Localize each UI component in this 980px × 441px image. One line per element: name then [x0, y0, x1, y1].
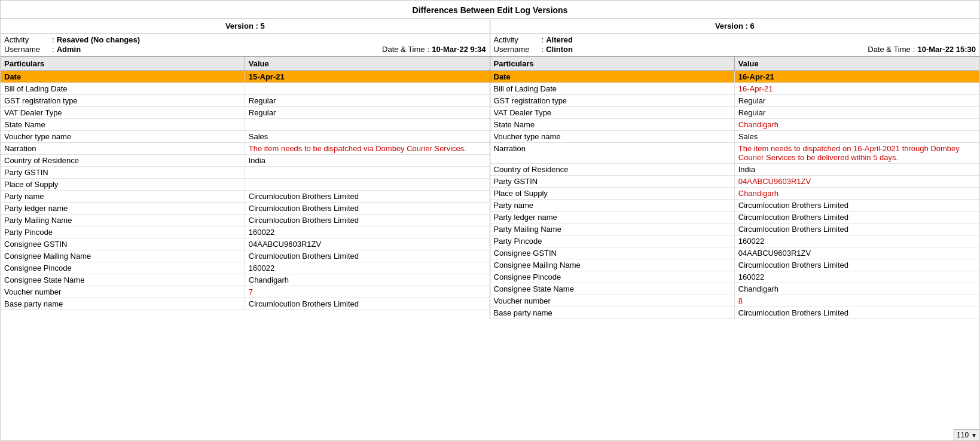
cell-particular: State Name	[1, 119, 245, 130]
cell-value: 160022	[735, 271, 979, 283]
table-row: Voucher type nameSales	[1, 131, 490, 143]
cell-value: Circumlocution Brothers Limited	[735, 212, 979, 223]
cell-particular: Base party name	[490, 307, 735, 318]
table-row: Party GSTIN04AABCU9603R1ZV	[490, 176, 980, 188]
table-row: Party Mailing NameCircumlocution Brother…	[490, 223, 980, 235]
cell-particular: Party Mailing Name	[490, 223, 735, 235]
version5-username-label: Username	[4, 45, 52, 54]
table-row: Party Pincode160022	[490, 235, 980, 247]
cell-value: Chandigarh	[735, 188, 979, 199]
cell-value: 16-Apr-21	[735, 71, 979, 82]
cell-value: 160022	[245, 226, 490, 238]
cell-particular: Date	[1, 71, 245, 82]
cell-value: 16-Apr-21	[735, 83, 979, 94]
table-row: Consignee Pincode160022	[490, 271, 980, 283]
version5-header: Version : 5	[1, 19, 490, 33]
version5-panel: Version : 5 Activity : Resaved (No chang…	[1, 19, 490, 319]
cell-particular: Party ledger name	[1, 203, 245, 214]
cell-value: Circumlocution Brothers Limited	[245, 298, 490, 310]
cell-value: Circumlocution Brothers Limited	[735, 307, 979, 318]
cell-particular: Party GSTIN	[1, 167, 245, 178]
version6-header: Version : 6	[490, 19, 980, 33]
cell-particular: Party Mailing Name	[1, 215, 245, 226]
version5-data-table: Date15-Apr-21Bill of Lading DateGST regi…	[1, 71, 490, 310]
table-row: GST registration typeRegular	[1, 95, 490, 107]
version6-panel: Version : 6 Activity : Altered Username …	[490, 19, 980, 319]
version6-data-table: Date16-Apr-21Bill of Lading Date16-Apr-2…	[490, 71, 980, 319]
cell-value: 04AABCU9603R1ZV	[735, 247, 979, 259]
version5-datetime: Date & Time : 10-Mar-22 9:34	[382, 45, 486, 54]
cell-particular: GST registration type	[1, 95, 245, 106]
version6-datetime-value: 10-Mar-22 15:30	[917, 45, 976, 54]
table-row: Base party nameCircumlocution Brothers L…	[490, 307, 980, 319]
table-row: Party GSTIN	[1, 167, 490, 179]
cell-value: 160022	[245, 262, 490, 274]
table-row: Consignee GSTIN04AABCU9603R1ZV	[1, 238, 490, 250]
version5-username-value: Admin	[57, 45, 81, 54]
cell-value: India	[735, 164, 979, 175]
table-row: Party Mailing NameCircumlocution Brother…	[1, 215, 490, 226]
version6-username-value: Clinton	[546, 45, 573, 54]
table-row: Consignee GSTIN04AABCU9603R1ZV	[490, 247, 980, 259]
table-row: Party ledger nameCircumlocution Brothers…	[1, 203, 490, 215]
cell-value: Regular	[245, 95, 490, 106]
cell-particular: Consignee Mailing Name	[1, 250, 245, 262]
cell-value: Circumlocution Brothers Limited	[735, 200, 979, 211]
table-row: Consignee State NameChandigarh	[490, 283, 980, 295]
cell-value	[245, 179, 490, 190]
cell-particular: VAT Dealer Type	[1, 107, 245, 118]
cell-particular: Bill of Lading Date	[490, 83, 735, 94]
table-row: State Name	[1, 119, 490, 131]
table-row: VAT Dealer TypeRegular	[490, 107, 980, 119]
cell-particular: Place of Supply	[1, 179, 245, 190]
version6-datetime-label: Date & Time	[868, 45, 911, 54]
cell-particular: Country of Residence	[1, 155, 245, 166]
cell-value: Chandigarh	[735, 283, 979, 295]
version5-username-row: Username : Admin Date & Time : 10-Mar-22…	[4, 45, 486, 54]
scroll-down-arrow[interactable]: ▼	[971, 432, 977, 439]
cell-particular: Place of Supply	[490, 188, 735, 199]
cell-value	[245, 119, 490, 130]
cell-particular: Country of Residence	[490, 164, 735, 175]
cell-value: Circumlocution Brothers Limited	[245, 215, 490, 226]
cell-particular: Voucher type name	[1, 131, 245, 142]
cell-particular: Party name	[1, 191, 245, 202]
cell-particular: Party ledger name	[490, 212, 735, 223]
table-row: Place of Supply	[1, 179, 490, 191]
table-row: Party Pincode160022	[1, 226, 490, 238]
cell-particular: GST registration type	[490, 95, 735, 106]
cell-particular: State Name	[490, 119, 735, 130]
cell-value: Circumlocution Brothers Limited	[245, 191, 490, 202]
cell-particular: Voucher number	[490, 295, 735, 307]
cell-value: 15-Apr-21	[245, 71, 490, 82]
version6-col-value-header: Value	[735, 57, 979, 71]
cell-particular: VAT Dealer Type	[490, 107, 735, 118]
cell-particular: Narration	[1, 143, 245, 154]
cell-value: Circumlocution Brothers Limited	[735, 259, 979, 271]
table-row: Base party nameCircumlocution Brothers L…	[1, 298, 490, 310]
table-row: Country of ResidenceIndia	[490, 164, 980, 176]
main-title: Differences Between Edit Log Versions	[1, 1, 979, 19]
table-row: Consignee Mailing NameCircumlocution Bro…	[1, 250, 490, 262]
cell-particular: Party name	[490, 200, 735, 211]
version6-activity-label: Activity	[494, 35, 542, 44]
table-row: Party ledger nameCircumlocution Brothers…	[490, 212, 980, 223]
table-row: NarrationThe item needs to dispatched on…	[490, 143, 980, 164]
table-row: Country of ResidenceIndia	[1, 155, 490, 167]
cell-value: The item needs to be dispatched via Domb…	[245, 143, 490, 154]
version6-username-row: Username : Clinton Date & Time : 10-Mar-…	[494, 45, 976, 54]
cell-value: Regular	[735, 95, 979, 106]
cell-particular: Consignee Pincode	[1, 262, 245, 274]
table-row: Bill of Lading Date16-Apr-21	[490, 83, 980, 95]
cell-particular: Bill of Lading Date	[1, 83, 245, 94]
table-row: Consignee Mailing NameCircumlocution Bro…	[490, 259, 980, 271]
table-row: Voucher type nameSales	[490, 131, 980, 143]
cell-particular: Consignee State Name	[1, 274, 245, 286]
version5-meta: Activity : Resaved (No changes) Username…	[1, 33, 490, 57]
version6-datetime: Date & Time : 10-Mar-22 15:30	[868, 45, 976, 54]
cell-particular: Base party name	[1, 298, 245, 310]
version5-datetime-label: Date & Time	[382, 45, 425, 54]
table-row: Voucher number8	[490, 295, 980, 307]
table-row: Date15-Apr-21	[1, 71, 490, 83]
table-row: Date16-Apr-21	[490, 71, 980, 83]
